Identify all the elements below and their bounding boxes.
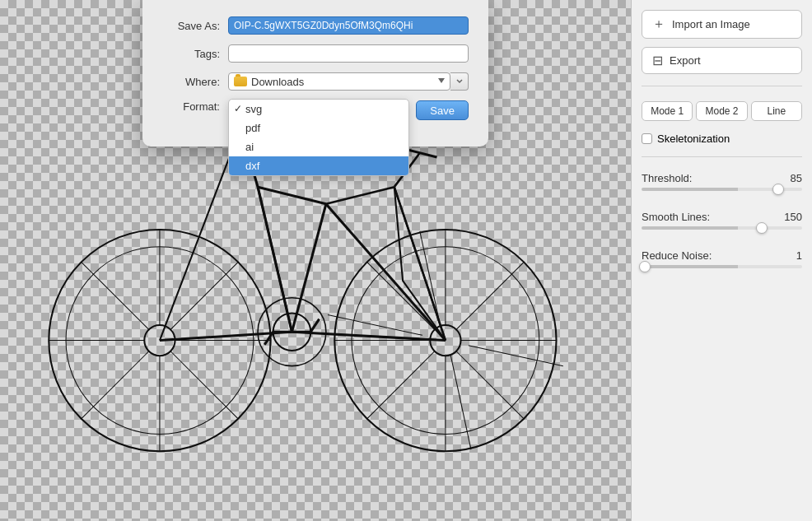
smooth-lines-section: Smooth Lines: 150 — [642, 211, 802, 238]
tab-line[interactable]: Line — [751, 101, 802, 121]
mode-tabs: Mode 1 Mode 2 Line — [642, 101, 802, 121]
format-label: Format: — [162, 100, 228, 113]
skeletonization-row: Skeletonization — [642, 133, 802, 145]
smooth-lines-value: 150 — [777, 211, 802, 223]
where-dropdown-arrow — [438, 78, 445, 85]
expand-icon — [455, 77, 464, 86]
format-option-dxf[interactable]: dxf — [229, 156, 408, 175]
where-expand-button[interactable] — [450, 72, 469, 91]
reduce-noise-label-row: Reduce Noise: 1 — [642, 249, 802, 262]
skeletonization-label: Skeletonization — [657, 133, 730, 145]
format-row: Format: svg pdf ai dxf Save — [162, 100, 469, 120]
tags-row: Tags: — [162, 44, 469, 63]
skeletonization-checkbox[interactable] — [642, 133, 652, 144]
export-label: Export — [670, 54, 701, 67]
format-dropdown: svg pdf ai dxf — [228, 99, 409, 176]
format-option-pdf[interactable]: pdf — [229, 119, 408, 137]
format-option-svg[interactable]: svg — [229, 100, 408, 119]
import-icon: ＋ — [652, 16, 665, 33]
tags-input[interactable] — [228, 44, 469, 63]
reduce-noise-section: Reduce Noise: 1 — [642, 249, 802, 277]
export-icon: ⊟ — [652, 53, 663, 68]
format-option-ai[interactable]: ai — [229, 137, 408, 156]
where-select[interactable]: Downloads — [228, 72, 450, 91]
folder-icon — [234, 77, 247, 86]
save-as-label: Save As: — [162, 20, 228, 32]
tags-label: Tags: — [162, 48, 228, 60]
export-button[interactable]: ⊟ Export — [642, 47, 802, 74]
threshold-thumb[interactable] — [772, 184, 784, 195]
where-label: Where: — [162, 76, 228, 88]
reduce-noise-thumb[interactable] — [639, 261, 651, 272]
where-row: Where: Downloads — [162, 72, 469, 91]
divider-1 — [642, 86, 802, 86]
dialog-overlay: Save As: Tags: Where: Downloads — [0, 0, 631, 521]
threshold-section: Threshold: 85 — [642, 172, 802, 199]
where-value: Downloads — [251, 76, 435, 88]
smooth-lines-label-row: Smooth Lines: 150 — [642, 211, 802, 223]
save-button[interactable]: Save — [416, 100, 469, 120]
smooth-lines-track[interactable] — [642, 226, 802, 230]
reduce-noise-value: 1 — [777, 249, 802, 262]
tab-mode2[interactable]: Mode 2 — [696, 101, 747, 121]
divider-2 — [642, 156, 802, 157]
canvas-area: Save As: Tags: Where: Downloads — [0, 0, 631, 521]
smooth-lines-label: Smooth Lines: — [642, 211, 710, 223]
tab-mode1[interactable]: Mode 1 — [642, 101, 693, 121]
threshold-track[interactable] — [642, 188, 802, 191]
save-dialog: Save As: Tags: Where: Downloads — [142, 0, 488, 147]
save-as-row: Save As: — [162, 16, 469, 35]
reduce-noise-label: Reduce Noise: — [642, 249, 712, 262]
threshold-label-row: Threshold: 85 — [642, 172, 802, 184]
import-button[interactable]: ＋ Import an Image — [642, 10, 802, 39]
save-as-input[interactable] — [228, 16, 469, 35]
threshold-label: Threshold: — [642, 172, 692, 184]
right-panel: ＋ Import an Image ⊟ Export Mode 1 Mode 2… — [631, 0, 812, 521]
import-label: Import an Image — [672, 18, 750, 30]
threshold-value: 85 — [777, 172, 802, 184]
smooth-lines-thumb[interactable] — [756, 222, 768, 234]
reduce-noise-track[interactable] — [642, 265, 802, 268]
